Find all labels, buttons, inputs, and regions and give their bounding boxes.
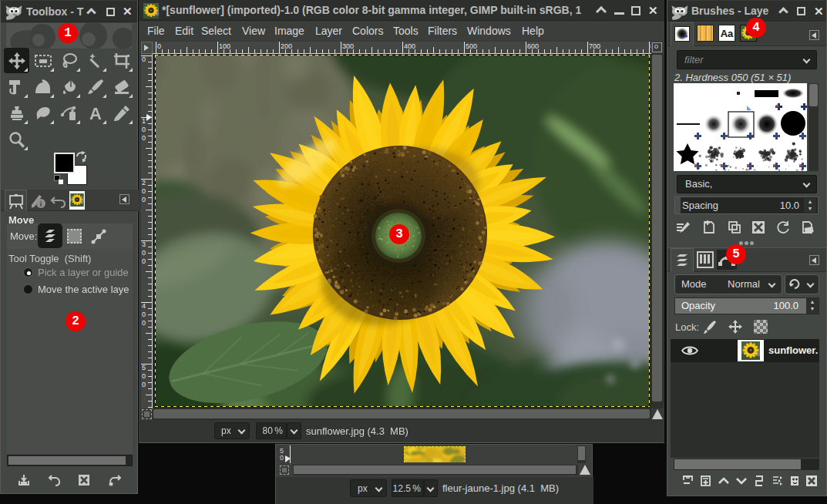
svg-text:A: A: [89, 104, 102, 123]
svg-text:i: i: [40, 200, 42, 208]
